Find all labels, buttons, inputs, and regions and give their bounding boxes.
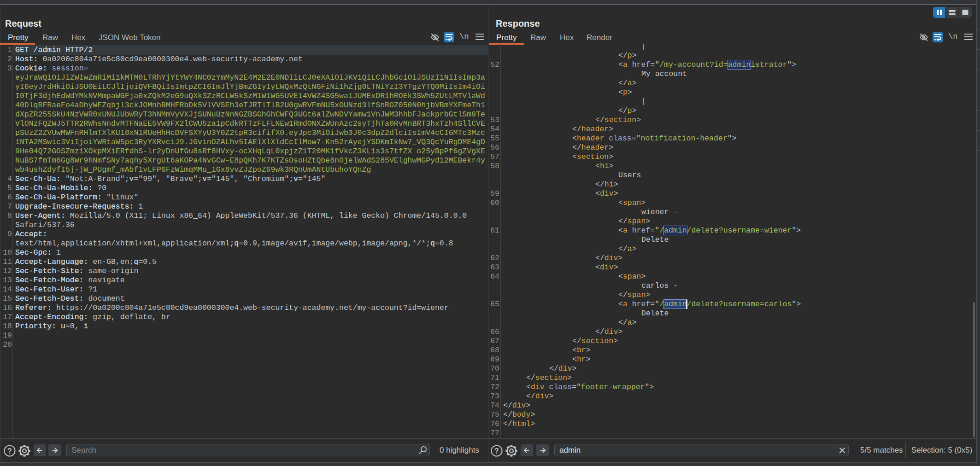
svg-text:?: ? (494, 447, 499, 455)
svg-text:?: ? (7, 447, 12, 455)
